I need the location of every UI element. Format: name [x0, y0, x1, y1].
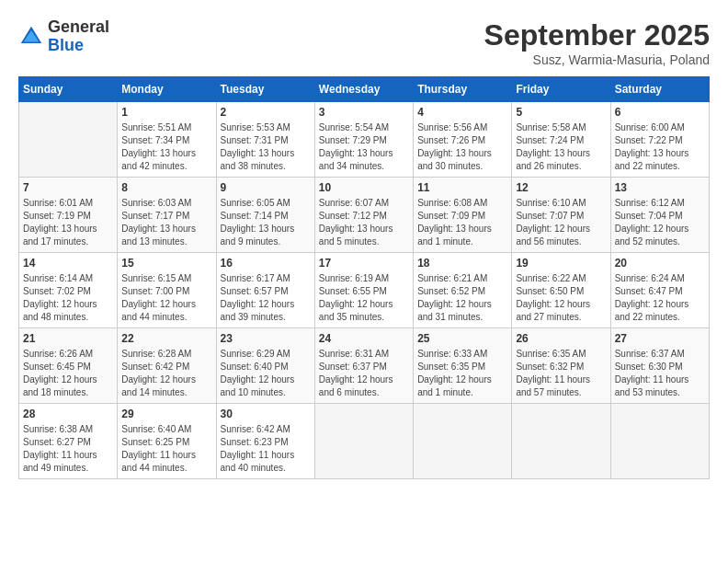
calendar-cell: 28Sunrise: 6:38 AM Sunset: 6:27 PM Dayli… [19, 404, 118, 479]
header-friday: Friday [512, 77, 610, 102]
day-number: 28 [23, 408, 113, 420]
calendar-cell [512, 404, 610, 479]
calendar-cell: 10Sunrise: 6:07 AM Sunset: 7:12 PM Dayli… [314, 178, 413, 253]
day-number: 25 [417, 332, 507, 345]
logo-blue: Blue [48, 36, 84, 54]
day-number: 6 [615, 106, 705, 119]
day-number: 18 [417, 257, 507, 270]
calendar-cell: 30Sunrise: 6:42 AM Sunset: 6:23 PM Dayli… [216, 404, 314, 479]
day-info: Sunrise: 6:40 AM Sunset: 6:25 PM Dayligh… [121, 423, 211, 475]
day-info: Sunrise: 6:17 AM Sunset: 6:57 PM Dayligh… [221, 272, 311, 324]
day-info: Sunrise: 6:22 AM Sunset: 6:50 PM Dayligh… [516, 272, 606, 324]
day-info: Sunrise: 6:08 AM Sunset: 7:09 PM Dayligh… [417, 197, 507, 248]
day-info: Sunrise: 6:31 AM Sunset: 6:37 PM Dayligh… [319, 348, 409, 399]
calendar-cell: 19Sunrise: 6:22 AM Sunset: 6:50 PM Dayli… [512, 253, 610, 328]
day-number: 8 [121, 181, 211, 194]
calendar-week-row: 28Sunrise: 6:38 AM Sunset: 6:27 PM Dayli… [19, 404, 710, 479]
header-monday: Monday [118, 77, 216, 102]
calendar-cell: 9Sunrise: 6:05 AM Sunset: 7:14 PM Daylig… [216, 178, 314, 253]
day-info: Sunrise: 6:38 AM Sunset: 6:27 PM Dayligh… [23, 423, 113, 475]
day-number: 4 [417, 106, 507, 119]
day-info: Sunrise: 5:56 AM Sunset: 7:26 PM Dayligh… [417, 121, 507, 173]
day-number: 11 [417, 181, 507, 194]
day-number: 16 [221, 257, 311, 270]
calendar-cell: 3Sunrise: 5:54 AM Sunset: 7:29 PM Daylig… [314, 102, 413, 178]
calendar-cell: 18Sunrise: 6:21 AM Sunset: 6:52 PM Dayli… [414, 253, 512, 328]
day-info: Sunrise: 6:26 AM Sunset: 6:45 PM Dayligh… [23, 348, 113, 399]
day-number: 30 [221, 408, 311, 420]
day-number: 14 [23, 257, 113, 270]
day-info: Sunrise: 6:19 AM Sunset: 6:55 PM Dayligh… [319, 272, 409, 324]
calendar-cell: 29Sunrise: 6:40 AM Sunset: 6:25 PM Dayli… [118, 404, 216, 479]
day-number: 20 [615, 257, 705, 270]
title-block: September 2025 Susz, Warmia-Masuria, Pol… [484, 18, 710, 67]
calendar-cell [610, 404, 709, 479]
day-info: Sunrise: 5:51 AM Sunset: 7:34 PM Dayligh… [121, 121, 211, 173]
day-info: Sunrise: 6:01 AM Sunset: 7:19 PM Dayligh… [23, 197, 113, 248]
month-title: September 2025 [484, 18, 710, 52]
day-info: Sunrise: 6:05 AM Sunset: 7:14 PM Dayligh… [221, 197, 311, 248]
calendar-cell: 13Sunrise: 6:12 AM Sunset: 7:04 PM Dayli… [610, 178, 709, 253]
header-thursday: Thursday [414, 77, 512, 102]
header-wednesday: Wednesday [314, 77, 413, 102]
day-number: 27 [615, 332, 705, 345]
day-number: 21 [23, 332, 113, 345]
calendar-cell: 8Sunrise: 6:03 AM Sunset: 7:17 PM Daylig… [118, 178, 216, 253]
calendar-cell [414, 404, 512, 479]
day-info: Sunrise: 6:35 AM Sunset: 6:32 PM Dayligh… [516, 348, 606, 399]
day-info: Sunrise: 6:33 AM Sunset: 6:35 PM Dayligh… [417, 348, 507, 399]
header-saturday: Saturday [610, 77, 709, 102]
day-info: Sunrise: 6:42 AM Sunset: 6:23 PM Dayligh… [221, 423, 311, 475]
page-header: General Blue September 2025 Susz, Warmia… [18, 18, 710, 67]
day-info: Sunrise: 6:37 AM Sunset: 6:30 PM Dayligh… [615, 348, 705, 399]
calendar-cell: 16Sunrise: 6:17 AM Sunset: 6:57 PM Dayli… [216, 253, 314, 328]
calendar-cell: 14Sunrise: 6:14 AM Sunset: 7:02 PM Dayli… [19, 253, 118, 328]
day-number: 10 [319, 181, 409, 194]
day-number: 12 [516, 181, 606, 194]
day-info: Sunrise: 6:29 AM Sunset: 6:40 PM Dayligh… [221, 348, 311, 399]
logo: General Blue [18, 18, 109, 55]
day-info: Sunrise: 6:10 AM Sunset: 7:07 PM Dayligh… [516, 197, 606, 248]
calendar-cell: 24Sunrise: 6:31 AM Sunset: 6:37 PM Dayli… [314, 328, 413, 404]
logo-icon [18, 24, 44, 50]
day-info: Sunrise: 6:03 AM Sunset: 7:17 PM Dayligh… [121, 197, 211, 248]
calendar-cell: 17Sunrise: 6:19 AM Sunset: 6:55 PM Dayli… [314, 253, 413, 328]
day-number: 19 [516, 257, 606, 270]
header-tuesday: Tuesday [216, 77, 314, 102]
calendar-cell: 2Sunrise: 5:53 AM Sunset: 7:31 PM Daylig… [216, 102, 314, 178]
day-info: Sunrise: 6:15 AM Sunset: 7:00 PM Dayligh… [121, 272, 211, 324]
day-info: Sunrise: 6:00 AM Sunset: 7:22 PM Dayligh… [615, 121, 705, 173]
day-info: Sunrise: 6:12 AM Sunset: 7:04 PM Dayligh… [615, 197, 705, 248]
calendar-cell: 1Sunrise: 5:51 AM Sunset: 7:34 PM Daylig… [118, 102, 216, 178]
day-number: 5 [516, 106, 606, 119]
day-number: 24 [319, 332, 409, 345]
day-info: Sunrise: 6:14 AM Sunset: 7:02 PM Dayligh… [23, 272, 113, 324]
logo-text: General Blue [48, 18, 109, 55]
calendar-week-row: 1Sunrise: 5:51 AM Sunset: 7:34 PM Daylig… [19, 102, 710, 178]
calendar-cell [19, 102, 118, 178]
calendar-week-row: 21Sunrise: 6:26 AM Sunset: 6:45 PM Dayli… [19, 328, 710, 404]
calendar-cell: 15Sunrise: 6:15 AM Sunset: 7:00 PM Dayli… [118, 253, 216, 328]
day-number: 9 [221, 181, 311, 194]
calendar-cell: 26Sunrise: 6:35 AM Sunset: 6:32 PM Dayli… [512, 328, 610, 404]
calendar-cell: 22Sunrise: 6:28 AM Sunset: 6:42 PM Dayli… [118, 328, 216, 404]
calendar-cell: 4Sunrise: 5:56 AM Sunset: 7:26 PM Daylig… [414, 102, 512, 178]
calendar-cell: 23Sunrise: 6:29 AM Sunset: 6:40 PM Dayli… [216, 328, 314, 404]
calendar-cell [314, 404, 413, 479]
calendar-week-row: 14Sunrise: 6:14 AM Sunset: 7:02 PM Dayli… [19, 253, 710, 328]
day-number: 17 [319, 257, 409, 270]
logo-general: General [48, 17, 109, 36]
day-info: Sunrise: 5:53 AM Sunset: 7:31 PM Dayligh… [221, 121, 311, 173]
calendar-cell: 12Sunrise: 6:10 AM Sunset: 7:07 PM Dayli… [512, 178, 610, 253]
day-number: 26 [516, 332, 606, 345]
day-info: Sunrise: 6:07 AM Sunset: 7:12 PM Dayligh… [319, 197, 409, 248]
day-number: 23 [221, 332, 311, 345]
day-info: Sunrise: 6:21 AM Sunset: 6:52 PM Dayligh… [417, 272, 507, 324]
day-number: 1 [121, 106, 211, 119]
day-info: Sunrise: 5:54 AM Sunset: 7:29 PM Dayligh… [319, 121, 409, 173]
calendar-header-row: SundayMondayTuesdayWednesdayThursdayFrid… [19, 77, 710, 102]
calendar-cell: 5Sunrise: 5:58 AM Sunset: 7:24 PM Daylig… [512, 102, 610, 178]
calendar-week-row: 7Sunrise: 6:01 AM Sunset: 7:19 PM Daylig… [19, 178, 710, 253]
location-subtitle: Susz, Warmia-Masuria, Poland [484, 52, 710, 67]
day-info: Sunrise: 6:24 AM Sunset: 6:47 PM Dayligh… [615, 272, 705, 324]
